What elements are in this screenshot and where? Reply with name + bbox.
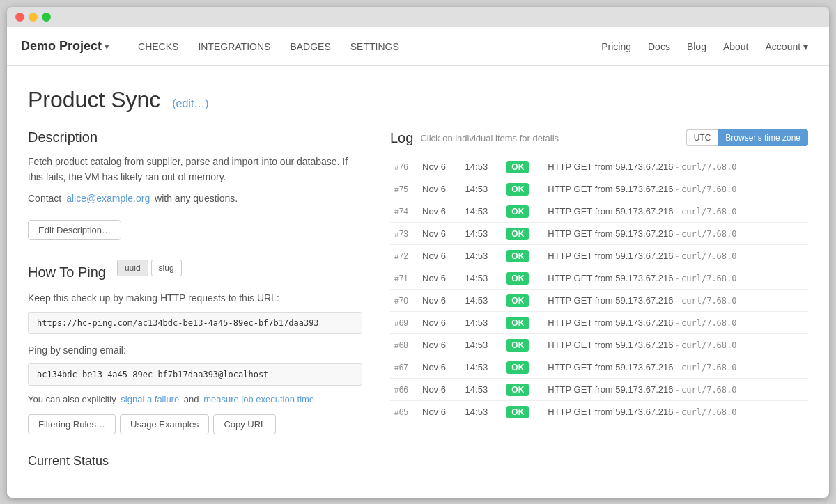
navbar: Demo Project ▾ CHECKS INTEGRATIONS BADGE… [7,27,829,66]
fullscreen-button[interactable] [42,13,51,22]
nav-about[interactable]: About [716,29,756,65]
log-row-status: OK [502,312,543,334]
log-row-status: OK [502,401,543,423]
log-row-date: Nov 6 [418,178,461,200]
nav-checks[interactable]: CHECKS [130,29,187,65]
log-row[interactable]: #70 Nov 6 14:53 OK HTTP GET from 59.173.… [390,290,808,312]
description-contact: Contact alice@example.org with any quest… [28,191,362,206]
log-row-time: 14:53 [461,267,503,290]
log-row-time: 14:53 [461,401,503,423]
close-button[interactable] [15,13,24,22]
log-row-status: OK [502,379,543,401]
toggle-uuid[interactable]: uuid [117,260,148,276]
edit-description-button[interactable]: Edit Description… [28,220,121,240]
edit-title-link[interactable]: (edit…) [172,97,208,109]
log-row-date: Nov 6 [418,200,461,223]
description-title: Description [28,129,362,145]
nav-badges[interactable]: BADGES [281,29,339,65]
how-to-ping-section: How To Ping uuid slug Keep this check up… [28,260,362,434]
log-row-desc: HTTP GET from 59.173.67.216 - curl/7.68.… [543,200,808,223]
log-row-num: #69 [390,312,418,334]
log-row[interactable]: #76 Nov 6 14:53 OK HTTP GET from 59.173.… [390,156,808,178]
log-row-desc: HTTP GET from 59.173.67.216 - curl/7.68.… [543,267,808,290]
minimize-button[interactable] [29,13,38,22]
timezone-toggle: UTC Browser's time zone [686,129,808,146]
tz-utc-button[interactable]: UTC [686,129,718,146]
ping-instruction: Keep this check up by making HTTP reques… [28,290,362,306]
filtering-rules-button[interactable]: Filtering Rules… [28,414,116,434]
measure-link[interactable]: measure job execution time [203,394,314,404]
log-row[interactable]: #67 Nov 6 14:53 OK HTTP GET from 59.173.… [390,356,808,379]
log-row-time: 14:53 [461,223,503,245]
log-row[interactable]: #73 Nov 6 14:53 OK HTTP GET from 59.173.… [390,223,808,245]
log-row-status: OK [502,223,543,245]
brand-label: Demo Project [21,39,102,54]
log-row-time: 14:53 [461,356,503,379]
usage-examples-button[interactable]: Usage Examples [120,414,209,434]
log-row-status: OK [502,200,543,223]
action-buttons-group: Filtering Rules… Usage Examples Copy URL [28,414,362,434]
description-text1: Fetch product catalog from supplier, par… [28,154,362,185]
log-row-num: #71 [390,267,418,290]
ping-note: You can also explicitly signal a failure… [28,394,362,404]
ping-email-label: Ping by sending email: [28,342,362,358]
log-row-num: #76 [390,156,418,178]
log-row-desc: HTTP GET from 59.173.67.216 - curl/7.68.… [543,401,808,423]
log-row[interactable]: #75 Nov 6 14:53 OK HTTP GET from 59.173.… [390,178,808,200]
log-row-status: OK [502,245,543,267]
log-row-time: 14:53 [461,312,503,334]
log-row[interactable]: #72 Nov 6 14:53 OK HTTP GET from 59.173.… [390,245,808,267]
log-row[interactable]: #74 Nov 6 14:53 OK HTTP GET from 59.173.… [390,200,808,223]
log-title: Log [390,130,413,146]
log-row-status: OK [502,334,543,356]
log-row[interactable]: #68 Nov 6 14:53 OK HTTP GET from 59.173.… [390,334,808,356]
ping-toggle-group: uuid slug [117,260,182,276]
log-row-desc: HTTP GET from 59.173.67.216 - curl/7.68.… [543,356,808,379]
brand-dropdown-arrow: ▾ [104,42,109,52]
log-row-desc: HTTP GET from 59.173.67.216 - curl/7.68.… [543,156,808,178]
toggle-slug[interactable]: slug [151,260,182,276]
log-row[interactable]: #66 Nov 6 14:53 OK HTTP GET from 59.173.… [390,379,808,401]
brand[interactable]: Demo Project ▾ [21,39,109,54]
log-row[interactable]: #71 Nov 6 14:53 OK HTTP GET from 59.173.… [390,267,808,290]
log-row-desc: HTTP GET from 59.173.67.216 - curl/7.68.… [543,223,808,245]
log-row-date: Nov 6 [418,156,461,178]
nav-integrations[interactable]: INTEGRATIONS [189,29,279,65]
log-row-status: OK [502,156,543,178]
log-row-num: #75 [390,178,418,200]
two-col-layout: Description Fetch product catalog from s… [28,129,808,477]
window: Demo Project ▾ CHECKS INTEGRATIONS BADGE… [7,7,829,498]
log-row-num: #66 [390,379,418,401]
log-row[interactable]: #65 Nov 6 14:53 OK HTTP GET from 59.173.… [390,401,808,423]
log-row-date: Nov 6 [418,401,461,423]
tz-browser-button[interactable]: Browser's time zone [718,129,808,146]
log-row-time: 14:53 [461,290,503,312]
log-row-status: OK [502,267,543,290]
nav-account[interactable]: Account ▾ [759,29,815,65]
signal-failure-link[interactable]: signal a failure [121,394,179,404]
log-row-date: Nov 6 [418,312,461,334]
contact-email-link[interactable]: alice@example.org [66,193,150,204]
note-and: and [184,394,199,404]
nav-blog[interactable]: Blog [680,29,713,65]
log-row-desc: HTTP GET from 59.173.67.216 - curl/7.68.… [543,290,808,312]
log-row-date: Nov 6 [418,356,461,379]
copy-url-button[interactable]: Copy URL [213,414,276,434]
log-row-num: #73 [390,223,418,245]
log-row-date: Nov 6 [418,223,461,245]
description-section: Description Fetch product catalog from s… [28,129,362,240]
note-prefix: You can also explicitly [28,394,116,404]
nav-settings[interactable]: SETTINGS [342,29,408,65]
ping-title: How To Ping [28,265,106,281]
log-row[interactable]: #69 Nov 6 14:53 OK HTTP GET from 59.173.… [390,312,808,334]
ping-url-box: https://hc-ping.com/ac134bdc-be13-4a45-8… [28,312,362,334]
log-row-time: 14:53 [461,245,503,267]
log-row-status: OK [502,356,543,379]
log-row-date: Nov 6 [418,379,461,401]
nav-docs[interactable]: Docs [641,29,677,65]
log-header: Log Click on individual items for detail… [390,129,808,146]
log-row-time: 14:53 [461,178,503,200]
log-row-status: OK [502,178,543,200]
log-row-time: 14:53 [461,200,503,223]
nav-pricing[interactable]: Pricing [594,29,638,65]
